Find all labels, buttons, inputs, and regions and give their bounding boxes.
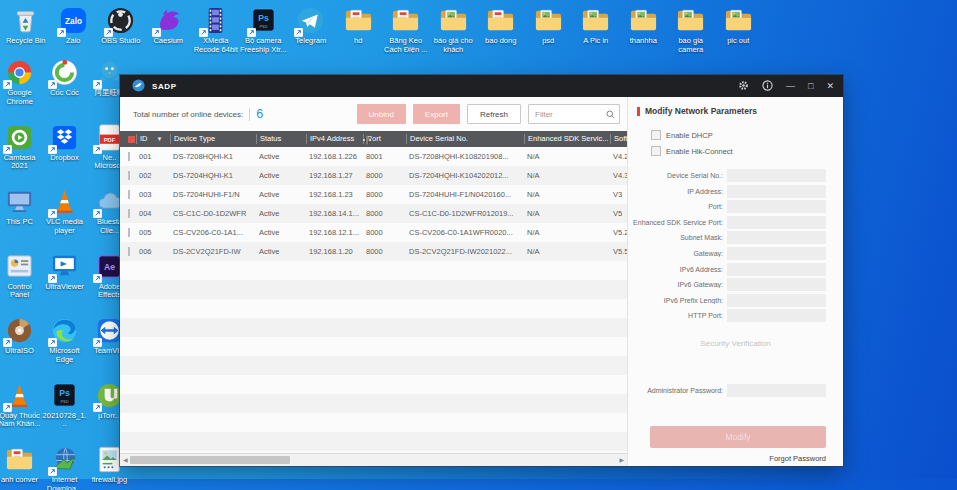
column-header[interactable]: Device Serial No. — [406, 134, 524, 144]
cell-serial: CS-C1C-D0-1D2WFR012019... — [406, 209, 524, 218]
device-row[interactable]: 002DS-7204HQHI-K1Active192.168.1.278000D… — [120, 166, 627, 185]
desktop-icon-qu-y-thu-c-nam-kh-n[interactable]: Quầy Thuốc Nam Khán... — [0, 380, 42, 445]
desktop-icon-this-pc[interactable]: This PC — [0, 186, 42, 251]
desktop-icon-thanhha[interactable]: thanhha — [620, 5, 668, 55]
field-input[interactable] — [727, 247, 826, 260]
select-all-header[interactable] — [120, 134, 136, 144]
export-button[interactable]: Export — [413, 104, 460, 124]
field-input[interactable] — [727, 278, 826, 291]
field-label: IPv6 Gateway: — [628, 281, 727, 288]
field-input[interactable] — [727, 294, 826, 307]
desktop-icon-google-chrome[interactable]: Google Chrome — [0, 57, 42, 122]
cell-ip: 192.168.1.27 — [306, 171, 363, 180]
desktop-icon-vlc-media-player[interactable]: VLC media player — [42, 186, 87, 251]
settings-gear-icon[interactable] — [738, 80, 749, 93]
device-row[interactable]: 004CS-C1C-D0-1D2WFRActive192.168.14.1...… — [120, 204, 627, 223]
shortcut-arrow-icon — [93, 80, 102, 89]
checkbox-icon[interactable] — [651, 130, 661, 140]
desktop-icon-ultraviewer[interactable]: UltraViewer — [42, 251, 87, 316]
field-input[interactable] — [727, 216, 826, 229]
admin-password-input[interactable] — [727, 384, 826, 397]
folder-img-icon — [438, 5, 469, 36]
desktop-icon-zalo[interactable]: ZaloZalo — [50, 5, 98, 55]
desktop-icon-20210728-1[interactable]: PsPSD20210728_1... — [42, 380, 87, 445]
row-checkbox[interactable] — [128, 247, 130, 256]
close-button[interactable]: ✕ — [826, 82, 834, 91]
field-input[interactable] — [727, 200, 826, 213]
desktop-icon-anh-conver[interactable]: anh conver — [0, 444, 42, 490]
field-input[interactable] — [727, 309, 826, 322]
row-checkbox[interactable] — [128, 152, 130, 161]
desktop-icon-a-pic-in[interactable]: A Pic in — [572, 5, 620, 55]
desktop-icon-c-c-c-c[interactable]: Cốc Cốc — [42, 57, 87, 122]
column-header[interactable]: Soft — [610, 134, 627, 144]
row-checkbox[interactable] — [128, 190, 130, 199]
form-row: IPv6 Prefix Length: — [628, 294, 843, 307]
row-checkbox[interactable] — [128, 228, 130, 237]
desktop-icon-dropbox[interactable]: Dropbox — [42, 122, 87, 187]
cell-ver: V3 — [610, 190, 627, 199]
desktop-icon-bao-gia-camera[interactable]: bao gia camera — [667, 5, 715, 55]
scroll-left-arrow-icon[interactable]: ◀ — [123, 457, 128, 463]
scrollbar-thumb[interactable] — [130, 456, 290, 464]
desktop-icon-xmedia-recode-64bit[interactable]: XMedia Recode 64bit — [192, 5, 240, 55]
desktop-icon-b-ng-keo-c-ch-i-n[interactable]: Băng Keo Cách Điện ... — [382, 5, 430, 55]
unbind-button[interactable]: Unbind — [357, 104, 406, 124]
enable-dhcp-checkbox[interactable]: Enable DHCP — [651, 129, 843, 141]
forgot-password-link[interactable]: Forgot Password — [628, 454, 826, 463]
row-checkbox[interactable] — [128, 171, 130, 180]
desktop-icon-b-o-gi-cho-kh-ch[interactable]: báo giá cho khách — [430, 5, 478, 55]
scroll-right-arrow-icon[interactable]: ▶ — [619, 457, 624, 463]
desktop-top-icons: Recycle BinZaloZaloOBS StudioCaesiumXMed… — [2, 5, 762, 55]
column-header[interactable]: ID▼ — [136, 134, 170, 144]
field-input[interactable] — [727, 185, 826, 198]
column-header[interactable]: Status — [256, 134, 306, 144]
minimize-button[interactable]: — — [786, 82, 795, 91]
edge-icon — [49, 315, 80, 346]
column-header[interactable]: Enhanced SDK Servic... — [524, 134, 610, 144]
cell-serial: CS-CV206-C0-1A1WFR0020... — [406, 228, 524, 237]
field-input[interactable] — [727, 231, 826, 244]
device-row[interactable]: 001DS-7208HQHI-K1Active192.168.1.2268001… — [120, 147, 627, 166]
desktop-icon-ultraiso[interactable]: UltraISO — [0, 315, 42, 380]
desktop-icon-control-panel[interactable]: Control Panel — [0, 251, 42, 316]
desktop-icon-telegram[interactable]: Telegram — [287, 5, 335, 55]
field-label: HTTP Port: — [628, 312, 727, 319]
desktop-icon-obs-studio[interactable]: OBS Studio — [97, 5, 145, 55]
about-info-icon[interactable] — [762, 80, 773, 93]
field-label: IP Address: — [628, 188, 727, 195]
form-row: Device Serial No.: — [628, 169, 843, 182]
window-titlebar[interactable]: SADP — □ ✕ — [120, 75, 843, 97]
ultraiso-icon — [4, 315, 35, 346]
filter-box[interactable] — [528, 104, 620, 124]
device-row[interactable]: 005CS-CV206-C0-1A1...Active192.168.12.1.… — [120, 223, 627, 242]
vlc-icon — [4, 380, 35, 411]
desktop-icon-bao-dong[interactable]: bao dong — [477, 5, 525, 55]
enable-hik-connect-checkbox[interactable]: Enable Hik-Connect — [651, 145, 843, 157]
desktop-icon-internet-downloa[interactable]: Internet Downloa... — [42, 444, 87, 490]
filter-input[interactable] — [533, 109, 597, 120]
row-checkbox[interactable] — [128, 209, 130, 218]
desktop-icon-caesium[interactable]: Caesium — [145, 5, 193, 55]
column-header[interactable]: IPv4 Address — [306, 134, 363, 144]
desktop-icon-recycle-bin[interactable]: Recycle Bin — [2, 5, 50, 55]
device-row[interactable]: 006DS-2CV2Q21FD-IWActive192.168.1.208000… — [120, 242, 627, 261]
svg-text:PSD: PSD — [61, 399, 69, 404]
desktop-icon-hd[interactable]: hd — [335, 5, 383, 55]
desktop-icon-microsoft-edge[interactable]: Microsoft Edge — [42, 315, 87, 380]
cell-type: DS-7208HQHI-K1 — [170, 152, 256, 161]
modify-button[interactable]: Modify — [650, 426, 826, 448]
desktop-icon-pic-out[interactable]: pic out — [715, 5, 763, 55]
desktop-icon-b-camera-freeship-xtr[interactable]: PsPSDBộ camera Freeship Xtr... — [240, 5, 288, 55]
desktop-icon-camtasia-2021[interactable]: Camtasia 2021 — [0, 122, 42, 187]
device-row[interactable]: 003DS-7204HUHI-F1/NActive192.168.1.23800… — [120, 185, 627, 204]
field-input[interactable] — [727, 263, 826, 276]
cell-serial: DS-7208HQHI-K108201908... — [406, 152, 524, 161]
column-header[interactable]: Device Type — [170, 134, 256, 144]
maximize-button[interactable]: □ — [808, 82, 813, 91]
horizontal-scrollbar[interactable]: ◀ ▶ — [120, 453, 627, 466]
checkbox-icon[interactable] — [651, 146, 661, 156]
refresh-button[interactable]: Refresh — [467, 104, 521, 124]
desktop-icon-psd[interactable]: psd — [525, 5, 573, 55]
field-input[interactable] — [727, 169, 826, 182]
